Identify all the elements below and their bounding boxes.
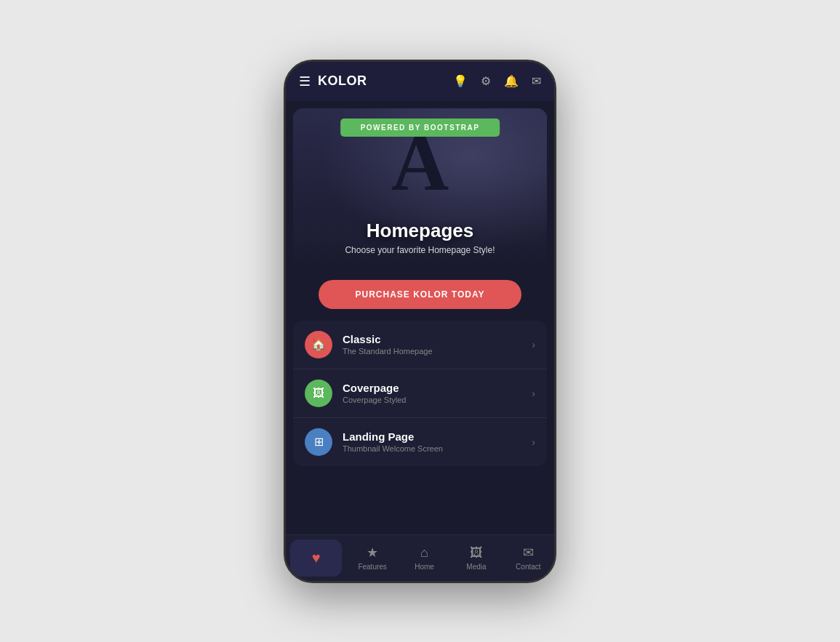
coverpage-label: Coverpage — [343, 382, 532, 394]
star-icon: ★ — [367, 545, 378, 561]
menu-item-landing[interactable]: ⊞ Landing Page Thumbnail Welcome Screen … — [293, 418, 547, 466]
features-label: Features — [358, 563, 386, 571]
menu-icon[interactable]: ☰ — [299, 73, 311, 89]
main-content: POWERED BY BOOTSTRAP A Homepages Choose … — [286, 101, 554, 534]
purchase-button[interactable]: PURCHASE KOLOR TODAY — [319, 280, 521, 309]
nav-home[interactable]: ⌂ Home — [399, 535, 450, 581]
classic-icon: 🏠 — [305, 331, 332, 358]
bottom-nav: ♥ ★ Features ⌂ Home 🖼 Media ✉ Contact — [286, 534, 554, 581]
hero-subtitle: Choose your favorite Homepage Style! — [345, 245, 495, 255]
header: ☰ KOLOR 💡 ⚙ 🔔 ✉ — [286, 62, 554, 101]
coverpage-text: Coverpage Coverpage Styled — [343, 382, 532, 404]
menu-item-classic[interactable]: 🏠 Classic The Standard Homepage › — [293, 321, 547, 369]
landing-text: Landing Page Thumbnail Welcome Screen — [343, 430, 532, 453]
home-label: Home — [415, 563, 434, 571]
mail-icon[interactable]: ✉ — [532, 74, 541, 88]
hero-section: POWERED BY BOOTSTRAP A Homepages Choose … — [293, 108, 547, 321]
hero-image-area: POWERED BY BOOTSTRAP A Homepages Choose … — [293, 108, 547, 268]
heart-icon: ♥ — [312, 550, 321, 566]
bell-icon[interactable]: 🔔 — [504, 74, 519, 88]
landing-chevron: › — [532, 436, 535, 448]
gear-icon[interactable]: ⚙ — [481, 74, 491, 88]
app-title: KOLOR — [318, 73, 453, 89]
nav-features[interactable]: ★ Features — [346, 535, 398, 581]
home-icon: ⌂ — [420, 545, 428, 561]
coverpage-icon: 🖼 — [305, 380, 332, 407]
contact-icon: ✉ — [523, 545, 534, 561]
media-label: Media — [466, 563, 486, 571]
bulb-icon[interactable]: 💡 — [453, 74, 468, 88]
classic-text: Classic The Standard Homepage — [343, 333, 532, 356]
classic-chevron: › — [532, 339, 535, 350]
landing-icon: ⊞ — [305, 428, 332, 456]
menu-item-coverpage[interactable]: 🖼 Coverpage Coverpage Styled › — [293, 369, 547, 418]
coverpage-sublabel: Coverpage Styled — [343, 396, 532, 404]
landing-label: Landing Page — [343, 430, 532, 443]
landing-sublabel: Thumbnail Welcome Screen — [343, 444, 532, 453]
bootstrap-badge: POWERED BY BOOTSTRAP — [340, 119, 500, 137]
classic-sublabel: The Standard Homepage — [343, 347, 532, 356]
header-icons: 💡 ⚙ 🔔 ✉ — [453, 74, 541, 88]
menu-list: 🏠 Classic The Standard Homepage › 🖼 Cove… — [293, 321, 547, 466]
nav-contact[interactable]: ✉ Contact — [503, 535, 554, 581]
nav-favorites[interactable]: ♥ — [290, 539, 342, 577]
classic-label: Classic — [343, 333, 532, 345]
media-icon: 🖼 — [470, 545, 483, 561]
nav-media[interactable]: 🖼 Media — [450, 535, 502, 581]
coverpage-chevron: › — [532, 388, 535, 399]
hero-title: Homepages — [367, 220, 473, 242]
phone-frame: ☰ KOLOR 💡 ⚙ 🔔 ✉ POWERED BY BOOTSTRAP A H… — [284, 60, 556, 583]
contact-label: Contact — [516, 563, 540, 571]
